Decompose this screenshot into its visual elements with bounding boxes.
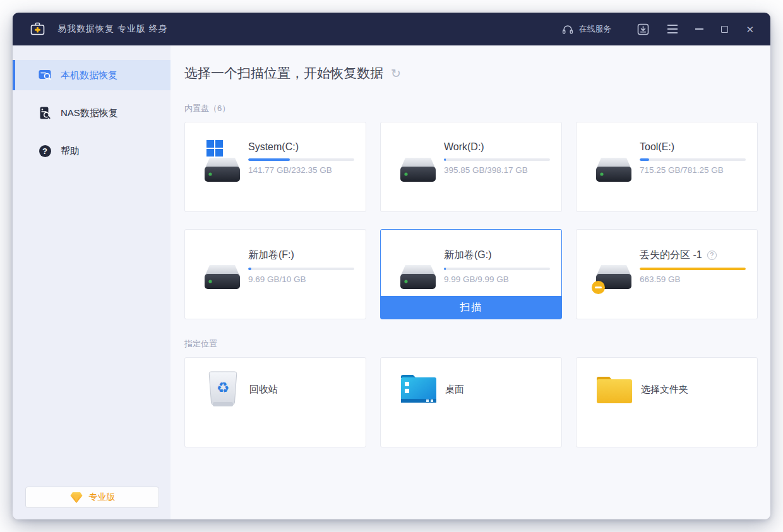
capacity-bar <box>444 158 550 161</box>
sidebar-item-local-recovery[interactable]: 本机数据恢复 <box>13 60 170 90</box>
hard-drive-icon <box>203 263 242 292</box>
drive-name: Work(D:) <box>444 141 484 153</box>
location-card-desktop[interactable]: 桌面 <box>380 357 562 447</box>
hard-drive-icon <box>398 155 438 184</box>
scan-button[interactable]: 扫描 <box>381 296 561 319</box>
hamburger-menu-icon <box>667 25 678 33</box>
drive-name: System(C:) <box>248 141 299 153</box>
lost-partition-minus-icon <box>592 281 605 294</box>
app-logo-toolbox-icon <box>29 21 46 37</box>
page-title: 选择一个扫描位置，开始恢复数据 <box>184 64 383 82</box>
sidebar-item-label: NAS数据恢复 <box>61 107 118 119</box>
close-icon: ✕ <box>746 25 754 34</box>
online-service-label: 在线服务 <box>578 23 611 35</box>
location-grid: ♻ 回收站 <box>184 357 758 447</box>
drive-capacity: 9.69 GB/10 GB <box>248 275 353 284</box>
location-label: 选择文件夹 <box>641 384 688 396</box>
drive-name: 丢失的分区 -1 <box>640 249 702 262</box>
recycle-symbol: ♻ <box>217 379 230 396</box>
sidebar: 本机数据恢复 NAS数据恢复 <box>13 45 170 519</box>
drive-capacity: 395.85 GB/398.17 GB <box>444 165 549 175</box>
app-window: 易我数据恢复 专业版 终身 在线服务 <box>13 13 770 519</box>
refresh-icon[interactable]: ↻ <box>391 68 401 80</box>
sidebar-item-label: 本机数据恢复 <box>61 69 117 81</box>
help-icon: ? <box>38 144 52 158</box>
drive-capacity: 663.59 GB <box>640 275 744 284</box>
drive-name: 新加卷(G:) <box>444 249 492 262</box>
minimize-icon <box>695 28 703 30</box>
hard-drive-icon <box>398 263 438 292</box>
drive-card-volume-f[interactable]: 新加卷(F:) 9.69 GB/10 GB <box>184 229 366 319</box>
sidebar-item-nas-recovery[interactable]: NAS数据恢复 <box>13 98 170 128</box>
download-icon <box>637 23 650 36</box>
lost-partition-help-icon[interactable]: ? <box>707 251 717 260</box>
location-card-recycle-bin[interactable]: ♻ 回收站 <box>184 357 366 447</box>
capacity-bar <box>640 158 746 161</box>
maximize-icon <box>721 26 728 33</box>
drive-card-system-c[interactable]: System(C:) 141.77 GB/232.35 GB <box>184 122 366 212</box>
hard-drive-icon <box>203 155 242 184</box>
sidebar-item-help[interactable]: ? 帮助 <box>13 136 170 166</box>
drive-card-tool-e[interactable]: Tool(E:) 715.25 GB/781.25 GB <box>576 122 758 212</box>
windows-logo-icon <box>206 140 223 157</box>
download-center-button[interactable] <box>628 13 659 45</box>
drive-card-volume-g-selected[interactable]: 新加卷(G:) 9.99 GB/9.99 GB 扫描 <box>380 229 562 319</box>
drive-capacity: 715.25 GB/781.25 GB <box>640 165 744 175</box>
section-label-internal-disks: 内置盘（6） <box>184 103 758 114</box>
hard-drive-icon <box>594 155 633 184</box>
edition-label: 专业版 <box>89 492 116 503</box>
capacity-bar <box>248 158 354 161</box>
minimize-button[interactable] <box>686 13 712 45</box>
titlebar: 易我数据恢复 专业版 终身 在线服务 <box>13 13 770 45</box>
location-card-choose-folder[interactable]: 选择文件夹 <box>576 357 758 447</box>
capacity-bar <box>444 268 550 270</box>
recycle-bin-icon: ♻ <box>203 367 243 412</box>
capacity-bar <box>640 268 746 270</box>
close-button[interactable]: ✕ <box>737 13 754 45</box>
drive-name: Tool(E:) <box>640 141 674 153</box>
drive-capacity: 141.77 GB/232.35 GB <box>248 165 353 175</box>
drive-card-work-d[interactable]: Work(D:) 395.85 GB/398.17 GB <box>380 122 562 212</box>
location-label: 回收站 <box>249 384 278 396</box>
nas-recovery-icon <box>38 106 52 120</box>
drive-capacity: 9.99 GB/9.99 GB <box>444 275 549 284</box>
drive-card-lost-partition[interactable]: 丢失的分区 -1 ? 663.59 GB <box>576 229 758 319</box>
edition-button[interactable]: 专业版 <box>25 487 159 508</box>
drive-name: 新加卷(F:) <box>248 249 294 262</box>
main-panel: 选择一个扫描位置，开始恢复数据 ↻ 内置盘（6） <box>170 45 770 519</box>
location-label: 桌面 <box>445 384 464 396</box>
pc-recovery-icon <box>38 68 52 82</box>
capacity-bar <box>248 268 354 270</box>
headset-icon <box>562 24 573 35</box>
maximize-button[interactable] <box>712 13 737 45</box>
drive-grid: System(C:) 141.77 GB/232.35 GB <box>184 122 758 319</box>
main-menu-button[interactable] <box>659 13 686 45</box>
section-label-locations: 指定位置 <box>184 338 758 350</box>
choose-folder-icon <box>594 367 635 412</box>
sidebar-item-label: 帮助 <box>61 145 80 157</box>
app-title: 易我数据恢复 专业版 终身 <box>57 23 168 35</box>
page-title-row: 选择一个扫描位置，开始恢复数据 ↻ <box>184 64 758 82</box>
diamond-icon <box>69 491 83 504</box>
desktop-folder-icon <box>398 367 439 412</box>
online-service-button[interactable]: 在线服务 <box>553 13 628 45</box>
